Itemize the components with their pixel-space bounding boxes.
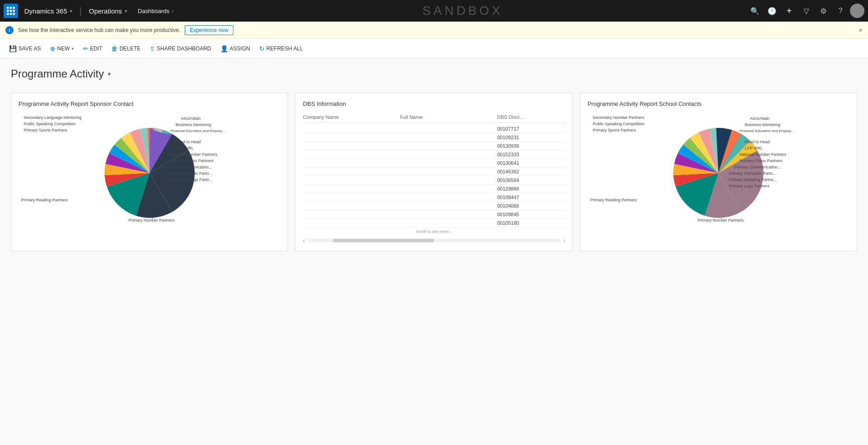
scroll-track [307, 239, 560, 242]
dbs-pagination-hint: Scroll to see more... [303, 229, 565, 234]
share-icon: ⇧ [150, 45, 155, 52]
assign-label: ASSIGN [230, 45, 250, 52]
cell-company-7 [303, 177, 400, 183]
table-row[interactable]: 00129868 [303, 185, 565, 193]
save-as-button[interactable]: 💾 SAVE AS [5, 43, 45, 54]
info-icon: i [5, 26, 14, 34]
sandbox-label: SANDBOX [180, 4, 745, 18]
svg-rect-7 [10, 13, 12, 15]
cell-company-10 [303, 203, 400, 209]
module-chevron: ▾ [125, 9, 127, 14]
cell-dbs-9: 00108447 [497, 195, 565, 200]
table-row[interactable]: 00109231 [303, 133, 565, 142]
info-banner: i See how the interactive service hub ca… [0, 22, 868, 39]
save-as-icon: 💾 [9, 45, 17, 52]
info-message: See how the interactive service hub can … [18, 27, 180, 33]
action-toolbar: 💾 SAVE AS ⊕ NEW ▾ ✏ EDIT 🗑 DELETE ⇧ SHAR… [0, 39, 868, 59]
brand-label: Dynamics 365 [24, 7, 67, 15]
table-row[interactable]: 00152333 [303, 150, 565, 159]
page-title-dropdown[interactable]: ▾ [108, 70, 111, 77]
search-icon-btn[interactable]: 🔍 [747, 3, 763, 18]
table-row[interactable]: 00108447 [303, 193, 565, 202]
cell-dbs-5: 00130641 [497, 160, 565, 166]
school-pie-container[interactable]: Aim2Attain Business Mentoring Financial … [588, 114, 850, 232]
cell-dbs-3: 00130939 [497, 143, 565, 149]
nav-separator: | [79, 6, 82, 16]
s-label-reading: Primary Reading Partners [590, 198, 637, 202]
table-row[interactable]: 00130939 [303, 142, 565, 150]
dbs-scrollbar[interactable]: ‹ › [303, 237, 565, 244]
dynamics-brand[interactable]: Dynamics 365 ▾ [20, 7, 77, 15]
label-public: Public Speaking Competition [24, 122, 76, 126]
s-label-sports: Primary Sports Partners [593, 128, 636, 132]
user-avatar[interactable] [850, 4, 864, 18]
s-label-public: Public Speaking Competition [593, 122, 644, 126]
svg-rect-2 [13, 7, 15, 9]
s-label-secondary: Secondary Number Partners [593, 115, 644, 120]
new-button[interactable]: ⊕ NEW ▾ [46, 43, 78, 54]
delete-button[interactable]: 🗑 DELETE [108, 43, 144, 54]
svg-rect-1 [10, 7, 12, 9]
svg-rect-8 [13, 13, 15, 15]
assign-button[interactable]: 👤 ASSIGN [217, 43, 254, 54]
add-icon-btn[interactable]: + [781, 3, 797, 18]
table-row[interactable]: 00106564 [303, 176, 565, 185]
new-dropdown-arrow: ▾ [72, 46, 74, 51]
cell-name-10 [400, 203, 497, 209]
col-fullname: Full Name [400, 114, 497, 120]
scroll-right-arrow[interactable]: › [563, 237, 565, 244]
cell-company-8 [303, 186, 400, 191]
cell-dbs-4: 00152333 [497, 152, 565, 157]
refresh-label: REFRESH ALL [266, 45, 303, 52]
sponsor-pie-container[interactable]: Aim2Attain Business Mentoring Financial … [18, 114, 280, 232]
cell-name-9 [400, 195, 497, 200]
dbs-chart-title: DBS Information [303, 100, 565, 107]
module-selector[interactable]: Operations ▾ [84, 7, 131, 15]
apps-grid-button[interactable] [4, 4, 18, 18]
refresh-all-button[interactable]: ↻ REFRESH ALL [256, 43, 306, 54]
settings-icon-btn[interactable]: ⚙ [816, 3, 831, 18]
dbs-table-header: Company Name Full Name DBS Discl... [303, 114, 565, 123]
cell-name-8 [400, 186, 497, 191]
cell-company-11 [303, 212, 400, 217]
brand-chevron: ▾ [70, 9, 72, 14]
cell-company-4 [303, 152, 400, 157]
info-close-button[interactable]: × [859, 27, 863, 34]
experience-now-button[interactable]: Experience now [185, 25, 233, 35]
page-content: Programme Activity ▾ Programme Activity … [0, 59, 868, 445]
filter-icon-btn[interactable]: ▽ [799, 3, 814, 18]
table-row[interactable]: 00130641 [303, 159, 565, 168]
cell-dbs-8: 00129868 [497, 186, 565, 191]
edit-label: EDIT [90, 45, 102, 52]
table-row[interactable]: 00109845 [303, 210, 565, 219]
svg-rect-5 [13, 10, 15, 12]
cell-company-5 [303, 160, 400, 166]
school-pie-chart [664, 119, 772, 227]
save-as-label: SAVE AS [18, 45, 41, 52]
table-row[interactable]: 00146362 [303, 168, 565, 176]
label-sports: Primary Sports Partners [24, 128, 67, 132]
edit-icon: ✏ [83, 45, 88, 52]
sponsor-contact-chart-card: Programme Activity Report Sponsor Contac… [11, 93, 288, 251]
dashboards-arrow: › [172, 9, 174, 14]
page-title-row: Programme Activity ▾ [11, 68, 857, 80]
top-navigation: Dynamics 365 ▾ | Operations ▾ Dashboards… [0, 0, 868, 22]
share-dashboard-button[interactable]: ⇧ SHARE DASHBOARD [146, 43, 215, 54]
cell-name-12 [400, 220, 497, 226]
cell-company-9 [303, 195, 400, 200]
scroll-left-arrow[interactable]: ‹ [303, 237, 305, 244]
cell-company-6 [303, 169, 400, 174]
edit-button[interactable]: ✏ EDIT [79, 43, 106, 54]
table-row[interactable]: 00107717 [303, 125, 565, 133]
cell-dbs-11: 00109845 [497, 212, 565, 217]
col-company: Company Name [303, 114, 400, 120]
history-icon-btn[interactable]: 🕐 [764, 3, 780, 18]
help-icon-btn[interactable]: ? [833, 3, 848, 18]
table-row[interactable]: 00105180 [303, 219, 565, 227]
refresh-icon: ↻ [259, 45, 265, 52]
dbs-information-card: DBS Information Company Name Full Name D… [295, 93, 572, 251]
cell-name-3 [400, 143, 497, 149]
dashboards-nav[interactable]: Dashboards › [133, 8, 178, 14]
scroll-thumb [333, 239, 434, 242]
table-row[interactable]: 00104066 [303, 202, 565, 210]
